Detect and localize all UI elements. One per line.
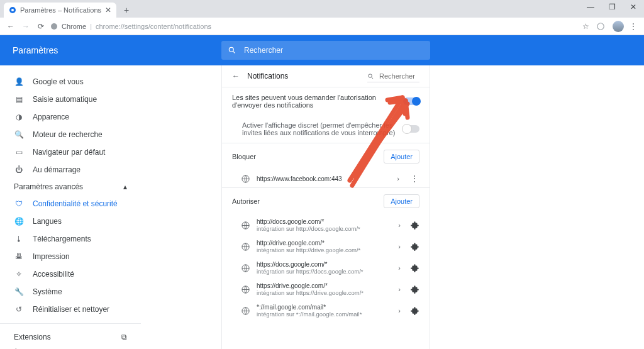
forward-button: → (20, 21, 31, 32)
sidebar-item-label: Confidentialité et sécurité (33, 199, 118, 208)
card-title: Notifications (247, 72, 288, 80)
card-search-input[interactable] (378, 72, 419, 80)
download-icon: ⭳ (14, 234, 24, 244)
sidebar-item-appearance[interactable]: ◑Apparence (0, 108, 141, 126)
add-allowed-button[interactable]: Ajouter (384, 194, 419, 208)
site-desc: intégration sur http://drive.google.com/… (257, 247, 388, 253)
a11y-icon: ✧ (14, 269, 24, 279)
new-tab-button[interactable]: + (120, 4, 133, 16)
extension-icon[interactable] (595, 21, 606, 32)
sidebar-item-google[interactable]: 👤Google et vous (0, 73, 141, 91)
toggle-quiet-ui[interactable] (403, 125, 419, 133)
settings-search[interactable] (221, 41, 430, 60)
chevron-up-icon: ▴ (123, 182, 127, 191)
sidebar-item-startup[interactable]: ⏻Au démarrage (0, 161, 141, 179)
site-desc: intégration sur http://docs.google.com/* (257, 225, 388, 232)
globe-icon (241, 263, 250, 273)
sidebar-item-languages[interactable]: 🌐Langues (0, 213, 141, 230)
reload-button[interactable]: ⟳ (35, 21, 47, 32)
search-icon: 🔍 (14, 130, 24, 140)
shield-icon: 🛡 (14, 199, 24, 209)
sidebar-item-label: Google et vous (33, 77, 84, 86)
site-desc: intégration sur *://mail.google.com/mail… (257, 311, 388, 318)
sidebar-advanced-toggle[interactable]: Paramètres avancés ▴ (0, 179, 141, 195)
site-url: https://docs.google.com/* (257, 261, 388, 268)
allowed-site-row[interactable]: http://drive.google.com/*intégration sur… (222, 236, 430, 257)
sidebar-item-label: Impression (33, 252, 70, 261)
window-minimize[interactable]: — (580, 0, 601, 14)
toggle-label: Activer l'affichage discret (permet d'em… (242, 121, 403, 136)
svg-point-6 (369, 74, 372, 77)
block-title: Bloquer (232, 153, 256, 160)
toggle-row-quiet: Activer l'affichage discret (permet d'em… (222, 115, 430, 143)
sidebar-item-label: Réinitialiser et nettoyer (33, 305, 109, 314)
sidebar-item-system[interactable]: 🔧Système (0, 283, 141, 301)
sidebar-item-autofill[interactable]: ▤Saisie automatique (0, 91, 141, 108)
site-url: http://drive.google.com/* (257, 240, 388, 247)
sidebar-item-label: Moteur de recherche (33, 130, 103, 139)
toggle-label: Les sites peuvent vous demander l'autori… (232, 94, 403, 109)
search-icon (367, 73, 374, 80)
more-menu-icon[interactable]: ⋮ (409, 174, 419, 184)
sidebar-item-label: Apparence (33, 113, 69, 121)
browser-icon: ▭ (14, 147, 24, 157)
blocked-site-row[interactable]: https://www.facebook.com:443 › ⋮ (222, 170, 430, 187)
sidebar-item-search-engine[interactable]: 🔍Moteur de recherche (0, 126, 141, 143)
settings-search-input[interactable] (243, 45, 424, 55)
allowed-site-row[interactable]: http://docs.google.com/*intégration sur … (222, 214, 430, 236)
sidebar-item-printing[interactable]: 🖶Impression (0, 248, 141, 265)
sidebar-extensions[interactable]: Extensions ⧉ (0, 329, 141, 345)
site-url: https://drive.google.com/* (257, 282, 388, 289)
globe-icon (241, 221, 250, 230)
sidebar-item-label: Système (33, 287, 62, 296)
chevron-right-icon[interactable]: › (394, 221, 404, 229)
chevron-right-icon[interactable]: › (394, 264, 404, 272)
extension-puzzle-icon (411, 242, 419, 251)
profile-avatar[interactable] (613, 21, 624, 32)
site-desc: intégration sur https://drive.google.com… (257, 289, 388, 296)
menu-icon[interactable]: ⋮ (628, 21, 639, 32)
site-url: http://docs.google.com/* (257, 218, 388, 225)
extension-puzzle-icon (411, 285, 419, 294)
chevron-right-icon[interactable]: › (394, 307, 404, 314)
window-close[interactable]: ✕ (623, 0, 644, 14)
toggle-ask-permission[interactable] (403, 97, 419, 105)
browser-tab[interactable]: Paramètres – Notifications ✕ (4, 3, 116, 18)
svg-line-7 (372, 77, 373, 78)
url-host: Chrome (62, 23, 86, 30)
add-blocked-button[interactable]: Ajouter (384, 150, 419, 163)
tab-close-icon[interactable]: ✕ (105, 6, 111, 14)
svg-point-4 (229, 47, 233, 52)
card-search[interactable] (367, 72, 419, 82)
chrome-icon (50, 23, 58, 30)
globe-icon (241, 242, 250, 252)
sidebar-item-a11y[interactable]: ✧Accessibilité (0, 265, 141, 283)
bookmark-star-icon[interactable]: ☆ (580, 21, 591, 32)
chevron-right-icon[interactable]: › (394, 243, 404, 250)
svg-point-3 (597, 23, 604, 30)
allow-section-header: Autoriser Ajouter (222, 188, 430, 214)
settings-sidebar: 👤Google et vous ▤Saisie automatique ◑App… (0, 65, 141, 349)
allowed-site-row[interactable]: *://mail.google.com/mail*intégration sur… (222, 300, 430, 321)
globe-icon (241, 306, 250, 316)
sidebar-about[interactable]: À propos de Chrome (0, 345, 141, 349)
allowed-site-row[interactable]: https://docs.google.com/*intégration sur… (222, 257, 430, 279)
svg-line-5 (233, 52, 235, 53)
sidebar-item-label: Langues (33, 217, 62, 226)
window-maximize[interactable]: ❐ (601, 0, 623, 14)
settings-header: Paramètres (0, 35, 644, 65)
url-path: chrome://settings/content/notifications (96, 23, 211, 30)
sidebar-item-default-browser[interactable]: ▭Navigateur par défaut (0, 143, 141, 161)
sidebar-item-downloads[interactable]: ⭳Téléchargements (0, 230, 141, 248)
site-url: *://mail.google.com/mail* (257, 304, 388, 311)
omnibox[interactable]: Chrome | chrome://settings/content/notif… (50, 23, 576, 30)
back-button[interactable]: ← (5, 21, 16, 32)
toggle-row-ask: Les sites peuvent vous demander l'autori… (222, 87, 430, 115)
chevron-right-icon[interactable]: › (394, 285, 404, 293)
chevron-right-icon[interactable]: › (393, 175, 403, 182)
card-back-button[interactable]: ← (232, 72, 240, 80)
allowed-site-row[interactable]: https://drive.google.com/*intégration su… (222, 279, 430, 300)
settings-card: ← Notifications Les sites peuvent vous d… (221, 65, 430, 349)
sidebar-item-privacy[interactable]: 🛡Confidentialité et sécurité (0, 195, 141, 213)
sidebar-item-reset[interactable]: ↺Réinitialiser et nettoyer (0, 301, 141, 318)
